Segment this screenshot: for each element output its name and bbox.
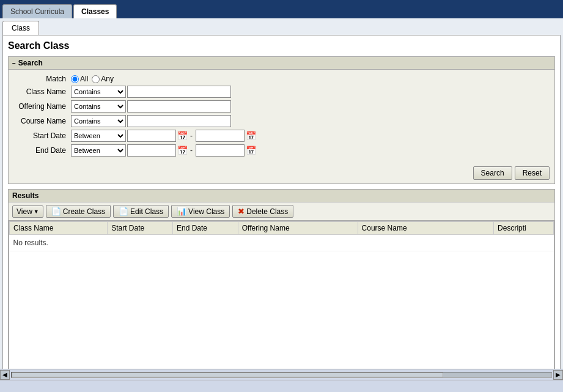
course-name-label: Course Name: [16, 117, 71, 125]
start-date-row: Start Date BetweenBeforeAfter 📅 - 📅: [16, 130, 547, 142]
search-form: Match All Any Class Name: [9, 70, 554, 164]
course-name-row: Course Name ContainsEqualsStarts WithEnd…: [16, 115, 547, 127]
match-radio-group: All Any: [71, 75, 114, 83]
start-date-from[interactable]: [127, 130, 176, 142]
results-header: Results: [9, 190, 554, 202]
radio-any-label[interactable]: Any: [92, 75, 114, 83]
end-date-row: End Date BetweenBeforeAfter 📅 - 📅: [16, 144, 547, 157]
edit-class-icon: 📄: [119, 207, 128, 216]
radio-any[interactable]: [92, 75, 100, 83]
bottom-strip: [0, 380, 563, 392]
match-row: Match All Any: [16, 75, 547, 83]
match-label: Match: [16, 75, 71, 83]
col-course-name: Course Name: [358, 222, 494, 235]
offering-name-input[interactable]: [127, 100, 231, 113]
offering-name-row: Offering Name ContainsEqualsStarts WithE…: [16, 100, 547, 113]
tab-classes[interactable]: Classes: [73, 4, 117, 18]
end-date-dash: -: [190, 146, 193, 155]
tab-class[interactable]: Class: [2, 21, 39, 35]
col-class-name: Class Name: [10, 222, 108, 235]
search-section-header: − Search: [9, 57, 554, 70]
edit-class-button[interactable]: 📄 Edit Class: [113, 205, 169, 218]
no-results-row: No results.: [10, 235, 554, 251]
start-date-to[interactable]: [196, 130, 245, 142]
start-date-operator[interactable]: BetweenBeforeAfter: [71, 130, 126, 142]
scroll-right-button[interactable]: ▶: [553, 370, 563, 380]
end-date-operator[interactable]: BetweenBeforeAfter: [71, 144, 126, 157]
end-date-to-calendar-icon[interactable]: 📅: [245, 144, 257, 157]
radio-all-label[interactable]: All: [71, 75, 88, 83]
no-results-text: No results.: [10, 235, 554, 251]
results-table: Class Name Start Date End Date Offering …: [9, 221, 554, 251]
reset-button[interactable]: Reset: [515, 166, 550, 180]
class-name-input[interactable]: [127, 86, 231, 98]
scroll-thumb[interactable]: [12, 372, 443, 377]
search-section-label: Search: [18, 59, 43, 67]
search-button[interactable]: Search: [473, 166, 512, 180]
class-name-label: Class Name: [16, 87, 71, 96]
col-offering-name: Offering Name: [238, 222, 358, 235]
course-name-operator[interactable]: ContainsEqualsStarts WithEnds With: [71, 115, 126, 127]
top-tab-bar: School Curricula Classes: [0, 0, 563, 18]
radio-all[interactable]: [71, 75, 79, 83]
page-title: Search Class: [8, 40, 555, 51]
radio-any-text: Any: [101, 75, 114, 83]
end-date-from[interactable]: [127, 144, 176, 157]
edit-class-label: Edit Class: [130, 207, 163, 216]
horizontal-scrollbar[interactable]: ◀ ▶: [0, 369, 563, 380]
view-dropdown-arrow-icon: ▼: [34, 209, 39, 215]
class-name-row: Class Name ContainsEqualsStarts WithEnds…: [16, 86, 547, 98]
content-panel: Search Class − Search Match All: [2, 35, 561, 390]
col-description: Descripti: [494, 222, 554, 235]
view-class-button[interactable]: 📊 View Class: [171, 205, 230, 218]
col-end-date: End Date: [172, 222, 238, 235]
start-date-to-calendar-icon[interactable]: 📅: [245, 130, 257, 142]
view-btn-label: View: [17, 207, 32, 216]
start-date-label: Start Date: [16, 131, 71, 140]
end-date-label: End Date: [16, 146, 71, 155]
create-class-label: Create Class: [63, 207, 105, 216]
collapse-icon[interactable]: −: [12, 60, 16, 67]
start-date-dash: -: [190, 131, 193, 140]
search-buttons: Search Reset: [9, 164, 554, 183]
end-date-to[interactable]: [196, 144, 245, 157]
offering-name-label: Offering Name: [16, 102, 71, 111]
search-section: − Search Match All Any: [8, 56, 555, 184]
course-name-input[interactable]: [127, 115, 231, 127]
create-class-icon: 📄: [51, 207, 61, 216]
inner-tab-bar: Class: [2, 21, 561, 35]
results-toolbar: View ▼ 📄 Create Class 📄 Edit Class 📊 Vie…: [9, 202, 554, 221]
results-table-wrapper: Class Name Start Date End Date Offering …: [9, 221, 554, 383]
class-name-operator[interactable]: ContainsEqualsStarts WithEnds With: [71, 86, 126, 98]
table-header-row: Class Name Start Date End Date Offering …: [10, 222, 554, 235]
end-date-from-calendar-icon[interactable]: 📅: [176, 144, 188, 157]
view-class-label: View Class: [188, 207, 224, 216]
view-dropdown-button[interactable]: View ▼: [12, 205, 43, 218]
tab-school-curricula[interactable]: School Curricula: [2, 4, 72, 18]
scroll-track[interactable]: [11, 372, 552, 378]
results-section: Results View ▼ 📄 Create Class 📄 Edit Cla…: [8, 189, 555, 384]
delete-class-icon: ✖: [238, 207, 245, 216]
col-start-date: Start Date: [108, 222, 173, 235]
delete-class-label: Delete Class: [246, 207, 288, 216]
start-date-from-calendar-icon[interactable]: 📅: [176, 130, 188, 142]
radio-all-text: All: [80, 75, 88, 83]
offering-name-operator[interactable]: ContainsEqualsStarts WithEnds With: [71, 100, 126, 113]
main-area: Class Search Class − Search Match All: [0, 18, 563, 392]
scroll-left-button[interactable]: ◀: [0, 370, 10, 380]
delete-class-button[interactable]: ✖ Delete Class: [232, 205, 293, 218]
create-class-button[interactable]: 📄 Create Class: [46, 205, 111, 218]
view-class-icon: 📊: [177, 207, 186, 216]
